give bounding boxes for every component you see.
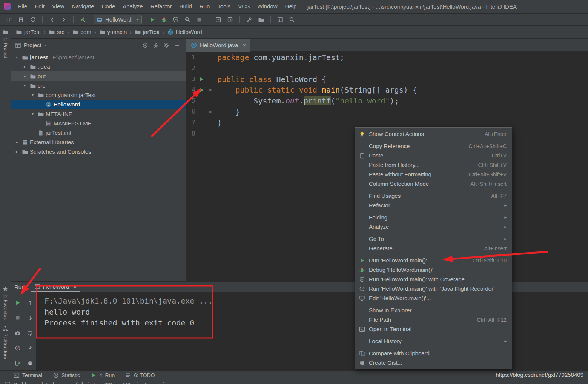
context-menu-item-folding[interactable]: Folding▸ [355,213,512,222]
fold-marker-icon[interactable] [206,106,214,117]
collapse-button[interactable] [151,41,161,50]
tree-item-meta-inf[interactable]: ▾META-INF [11,109,186,119]
down-button[interactable] [25,313,35,322]
debug-button[interactable] [159,15,169,24]
run-tab-helloword[interactable]: HelloWord × [31,282,80,292]
context-menu-item-find-usages[interactable]: Find UsagesAlt+F7 [355,191,512,200]
menu-build[interactable]: Build [175,0,195,13]
softwrap-button[interactable] [25,328,35,338]
context-menu-item-column-selection-mode[interactable]: Column Selection ModeAlt+Shift+Insert [355,179,512,188]
tool-stripe-project[interactable]: 1: Project [0,29,11,58]
menu-tools[interactable]: Tools [213,0,234,13]
close-icon[interactable]: × [73,284,77,290]
context-menu-item-show-in-explorer[interactable]: Show in Explorer [355,305,512,315]
tree-item-jartest[interactable]: ▾jarTestF:\project\jarTest [11,52,186,62]
run-line-button[interactable] [197,87,206,93]
context-menu-item-go-to[interactable]: Go To▸ [355,234,512,244]
context-menu-item-edit-helloword-main[interactable]: Edit 'HelloWord.main()'... [355,293,512,303]
editor-tab-helloword[interactable]: C HelloWord.java × [186,39,250,52]
menu-view[interactable]: View [48,0,68,13]
menu-file[interactable]: File [14,0,31,13]
layout-button[interactable] [275,15,285,24]
context-menu-item-debug-helloword-main[interactable]: Debug 'HelloWord.main()' [355,265,512,275]
tree-collapse-icon[interactable]: ▾ [29,93,36,97]
camera-button[interactable] [13,328,23,338]
fold-marker-icon[interactable] [206,85,214,96]
chevron-down-icon[interactable]: ▾ [44,43,46,47]
jfr-button[interactable] [13,344,23,353]
stop-button[interactable] [13,313,23,322]
tree-item-src[interactable]: ▾src [11,81,186,90]
tool-stripe-structure[interactable]: 7: Structure [0,325,11,359]
tree-item-external-libraries[interactable]: ▸External Libraries [11,137,186,147]
breadcrumb-item-src[interactable]: src [47,29,66,35]
search-box-button[interactable] [225,15,235,24]
tree-item-manifest-mf[interactable]: MFMANIFEST.MF [11,119,186,128]
toolwindow-button-statistic[interactable]: Statistic [53,372,80,378]
sync-button[interactable] [28,15,38,24]
menu-navigate[interactable]: Navigate [68,0,98,13]
tree-expand-icon[interactable]: ▸ [21,74,28,78]
forward-button[interactable] [59,15,69,24]
breadcrumb-item-yuanxin[interactable]: yuanxin [98,29,129,35]
toolwindow-button-terminal[interactable]: Terminal [14,372,42,378]
app-logo-icon[interactable] [4,3,11,10]
tree-item-com-yuanxin-jartest[interactable]: ▾com.yuanxin.jarTest [11,90,186,100]
context-menu-item-file-path[interactable]: File PathCtrl+Alt+F12 [355,315,512,324]
tree-collapse-icon[interactable]: ▾ [29,112,36,116]
context-menu-item-create-gist[interactable]: Create Gist... [355,358,512,367]
close-icon[interactable]: × [243,42,246,48]
context-menu-item-run-helloword-main-with-java-flight-recorder[interactable]: Run 'HelloWord.main()' with 'Java Flight… [355,284,512,293]
context-menu-item-run-helloword-main-with-coverage[interactable]: Run 'HelloWord.main()' with Coverage [355,275,512,284]
menu-refactor[interactable]: Refactor [147,0,176,13]
toolwindow-button-6-todo[interactable]: 6: TODO [125,372,155,378]
tool-stripe-favorites[interactable]: 2: Favorites [0,286,11,320]
run-button[interactable] [147,15,157,24]
context-menu-item-copy-reference[interactable]: Copy ReferenceCtrl+Alt+Shift+C [355,141,512,151]
breadcrumb-item-jartest[interactable]: jarTest [14,29,42,35]
save-button[interactable] [16,15,26,24]
run-line-button[interactable] [197,76,206,82]
wrench-button[interactable] [244,15,254,24]
context-menu-item-paste-without-formatting[interactable]: Paste without FormattingCtrl+Alt+Shift+V [355,170,512,179]
breadcrumb-item-helloword[interactable]: CHelloWord [166,29,204,35]
build-button[interactable] [78,15,88,24]
scrollend-button[interactable] [25,344,35,353]
breadcrumb-item-com[interactable]: com [71,29,93,35]
tree-collapse-icon[interactable]: ▾ [21,83,28,88]
tree-item-helloword[interactable]: CHelloWord [11,100,186,109]
minus-button[interactable] [172,41,182,50]
tree-expand-icon[interactable]: ▸ [14,150,20,154]
context-menu-item-generate[interactable]: Generate...Alt+Insert [355,244,512,253]
context-menu-item-paste-from-history[interactable]: Paste from History...Ctrl+Shift+V [355,160,512,170]
context-menu-item-open-in-terminal[interactable]: Open in Terminal [355,324,512,334]
back-button[interactable] [47,15,57,24]
context-menu-item-local-history[interactable]: Local History▸ [355,336,512,346]
tree-item-out[interactable]: ▸out [11,71,186,81]
up-button[interactable] [25,298,35,307]
context-menu-item-analyze[interactable]: Analyze▸ [355,222,512,231]
project-panel-title[interactable]: Project [24,42,41,48]
run-configuration-select[interactable]: HelloWord▾ [94,15,142,24]
context-menu-item-paste[interactable]: PasteCtrl+V [355,151,512,160]
menu-edit[interactable]: Edit [31,0,48,13]
breadcrumb-item-jartest[interactable]: jarTest [133,29,161,35]
box-run-button[interactable] [213,15,223,24]
tree-item-scratches-and-consoles[interactable]: ▸Scratches and Consoles [11,147,186,156]
coverage-button[interactable] [171,15,181,24]
search-button[interactable] [287,15,297,24]
rerun-button[interactable] [13,298,23,307]
open-button[interactable] [5,15,14,24]
tree-expand-icon[interactable]: ▸ [21,65,28,69]
toolwindow-button-4-run[interactable]: 4: Run [91,372,115,378]
print-button[interactable] [25,359,35,368]
gear-button[interactable] [161,41,171,50]
context-menu-item-show-context-actions[interactable]: Show Context ActionsAlt+Enter [355,129,512,139]
menu-vcs[interactable]: VCS [234,0,253,13]
menu-code[interactable]: Code [98,0,119,13]
menu-window[interactable]: Window [253,0,281,13]
context-menu-item-run-helloword-main[interactable]: Run 'HelloWord.main()'Ctrl+Shift+F10 [355,256,512,265]
exit-button[interactable] [13,359,23,368]
menu-analyze[interactable]: Analyze [119,0,146,13]
profiler-button[interactable] [183,15,192,24]
